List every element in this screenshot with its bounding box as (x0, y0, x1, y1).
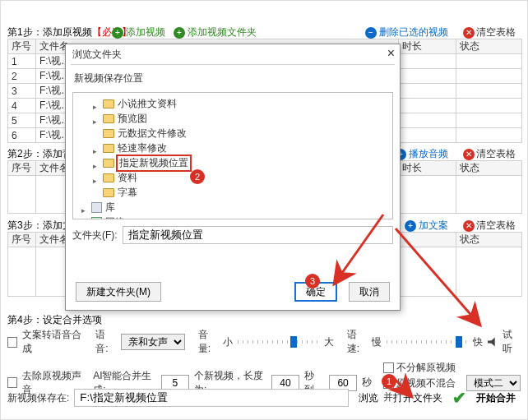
volume-label: 音量: (198, 328, 219, 356)
speed-slider[interactable] (387, 340, 468, 344)
tree-item[interactable]: 元数据文件修改 (75, 126, 391, 141)
folder-tree[interactable]: 小说推文资料 预览图 元数据文件修改 轻速率修改 指定新视频位置 资料 字幕 库… (72, 92, 393, 219)
folder-icon (103, 114, 114, 123)
folder-field-label: 文件夹(F): (72, 228, 118, 242)
folder-icon (103, 173, 114, 182)
x-icon: ✕ (463, 27, 475, 39)
dialog-title: 浏览文件夹 × (66, 44, 400, 64)
library-icon (91, 202, 102, 213)
volume-slider[interactable] (238, 340, 319, 344)
col-dur: 时长 (399, 39, 456, 54)
voice-select[interactable]: 亲和女声 (121, 334, 185, 350)
remove-orig-audio-checkbox[interactable] (7, 377, 17, 388)
folder-field-input[interactable] (123, 226, 393, 244)
annotation-badge: 3 (305, 274, 320, 288)
annotation-badge: 2 (190, 169, 205, 184)
tts-label: 文案转语音合成 (22, 328, 84, 356)
add-copy-button[interactable]: +加文案 (405, 219, 448, 233)
open-folder-button[interactable]: 打开文件夹 (388, 391, 447, 405)
speaker-icon (488, 336, 498, 348)
col-idx: 序号 (8, 39, 36, 54)
clear-table-button[interactable]: ✕清空表格 (463, 25, 516, 39)
add-audio-button[interactable]: +播放音频 (395, 147, 448, 161)
start-merge-button[interactable]: 开始合并 (471, 391, 521, 405)
browse-button[interactable]: 浏览 (354, 391, 383, 405)
plus-icon: + (174, 27, 185, 39)
tree-item[interactable]: 预览图 (75, 111, 391, 126)
network-icon (91, 217, 102, 220)
minus-icon: − (365, 27, 377, 39)
x-icon: ✕ (463, 220, 475, 232)
tree-item[interactable]: 轻速率修改 (75, 141, 391, 155)
cancel-button[interactable]: 取消 (349, 282, 390, 302)
tree-item[interactable]: 字幕 (75, 185, 391, 200)
plus-icon: + (112, 27, 123, 39)
x-icon: ✕ (463, 149, 475, 160)
speed-label: 语速: (347, 328, 368, 356)
tree-item-selected[interactable]: 指定新视频位置 (75, 155, 391, 170)
new-folder-button[interactable]: 新建文件夹(M) (76, 282, 161, 302)
delete-selected-button[interactable]: −删除已选的视频 (365, 25, 448, 39)
no-decompose-checkbox[interactable] (383, 362, 394, 373)
close-icon[interactable]: × (387, 47, 395, 60)
save-path-label: 新视频保存在: (7, 391, 69, 405)
clear-table-button[interactable]: ✕清空表格 (463, 219, 516, 233)
add-video-folder-button[interactable]: +添加视频文件夹 (174, 25, 257, 39)
folder-icon (103, 159, 114, 168)
plus-icon: + (405, 220, 416, 232)
folder-icon (103, 129, 114, 138)
clear-table-button[interactable]: ✕清空表格 (463, 147, 516, 161)
voice-label: 语音: (95, 328, 116, 356)
tree-item[interactable]: 资料 (75, 170, 391, 185)
col-status: 状态 (456, 39, 522, 54)
browse-folder-dialog: 浏览文件夹 × 新视频保存位置 小说推文资料 预览图 元数据文件修改 轻速率修改… (65, 44, 401, 311)
step4-label: 第4步：设定合并选项 (7, 313, 102, 327)
tree-item[interactable]: 小说推文资料 (75, 96, 391, 111)
save-path-input[interactable] (74, 389, 349, 407)
tree-item[interactable]: 库 (75, 200, 391, 215)
folder-icon (103, 99, 114, 108)
check-icon: ✔ (452, 388, 466, 408)
folder-icon (103, 144, 114, 153)
tts-checkbox[interactable] (7, 337, 17, 348)
dialog-subtitle: 新视频保存位置 (66, 65, 400, 89)
try-listen-button[interactable]: 试听 (503, 328, 521, 356)
add-video-button[interactable]: +添加视频 (112, 25, 165, 39)
folder-icon (103, 188, 114, 197)
tree-item[interactable]: 网络 (75, 215, 391, 219)
annotation-badge: 1 (382, 374, 396, 389)
